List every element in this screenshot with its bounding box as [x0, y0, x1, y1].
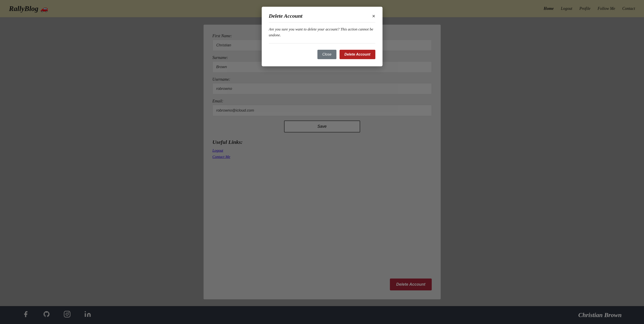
- modal-body-text: Are you sure you want to delete your acc…: [269, 27, 375, 38]
- modal-header: Delete Account ×: [269, 13, 375, 22]
- modal-footer: Close Delete Account: [269, 50, 375, 59]
- modal-close-x-button[interactable]: ×: [372, 14, 375, 19]
- modal-body: Are you sure you want to delete your acc…: [269, 27, 375, 44]
- delete-account-modal: Delete Account × Are you sure you want t…: [262, 7, 382, 66]
- modal-overlay: Delete Account × Are you sure you want t…: [0, 0, 644, 324]
- modal-delete-account-button[interactable]: Delete Account: [340, 50, 375, 59]
- modal-close-button[interactable]: Close: [318, 50, 336, 59]
- modal-title: Delete Account: [269, 13, 302, 19]
